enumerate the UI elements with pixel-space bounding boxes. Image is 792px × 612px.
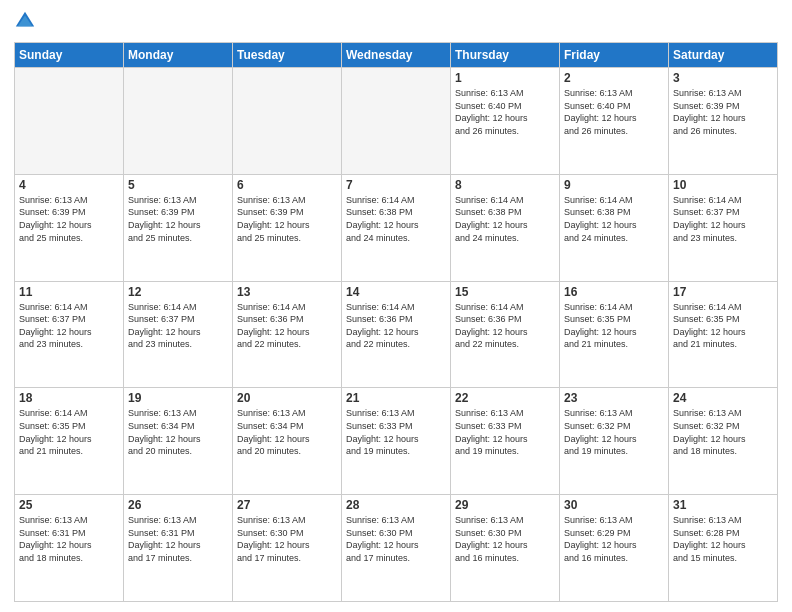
day-number: 6 — [237, 178, 337, 192]
day-info: Sunrise: 6:13 AM Sunset: 6:30 PM Dayligh… — [346, 514, 446, 564]
calendar-week-row: 11Sunrise: 6:14 AM Sunset: 6:37 PM Dayli… — [15, 281, 778, 388]
calendar-day-cell: 3Sunrise: 6:13 AM Sunset: 6:39 PM Daylig… — [669, 68, 778, 175]
calendar-day-cell: 24Sunrise: 6:13 AM Sunset: 6:32 PM Dayli… — [669, 388, 778, 495]
day-number: 7 — [346, 178, 446, 192]
day-number: 12 — [128, 285, 228, 299]
day-info: Sunrise: 6:14 AM Sunset: 6:38 PM Dayligh… — [346, 194, 446, 244]
calendar-day-cell: 16Sunrise: 6:14 AM Sunset: 6:35 PM Dayli… — [560, 281, 669, 388]
day-number: 3 — [673, 71, 773, 85]
day-number: 19 — [128, 391, 228, 405]
logo-icon — [14, 10, 36, 32]
day-info: Sunrise: 6:13 AM Sunset: 6:31 PM Dayligh… — [128, 514, 228, 564]
day-info: Sunrise: 6:13 AM Sunset: 6:34 PM Dayligh… — [128, 407, 228, 457]
calendar-day-cell: 13Sunrise: 6:14 AM Sunset: 6:36 PM Dayli… — [233, 281, 342, 388]
day-number: 16 — [564, 285, 664, 299]
calendar-day-cell — [15, 68, 124, 175]
day-info: Sunrise: 6:14 AM Sunset: 6:37 PM Dayligh… — [19, 301, 119, 351]
day-number: 22 — [455, 391, 555, 405]
day-number: 9 — [564, 178, 664, 192]
day-info: Sunrise: 6:13 AM Sunset: 6:40 PM Dayligh… — [564, 87, 664, 137]
calendar-day-cell: 18Sunrise: 6:14 AM Sunset: 6:35 PM Dayli… — [15, 388, 124, 495]
day-info: Sunrise: 6:13 AM Sunset: 6:32 PM Dayligh… — [564, 407, 664, 457]
calendar-day-cell: 2Sunrise: 6:13 AM Sunset: 6:40 PM Daylig… — [560, 68, 669, 175]
day-number: 29 — [455, 498, 555, 512]
calendar-table: SundayMondayTuesdayWednesdayThursdayFrid… — [14, 42, 778, 602]
calendar-day-cell: 11Sunrise: 6:14 AM Sunset: 6:37 PM Dayli… — [15, 281, 124, 388]
calendar-day-cell: 19Sunrise: 6:13 AM Sunset: 6:34 PM Dayli… — [124, 388, 233, 495]
day-info: Sunrise: 6:13 AM Sunset: 6:30 PM Dayligh… — [237, 514, 337, 564]
calendar-week-row: 4Sunrise: 6:13 AM Sunset: 6:39 PM Daylig… — [15, 174, 778, 281]
day-info: Sunrise: 6:13 AM Sunset: 6:39 PM Dayligh… — [128, 194, 228, 244]
day-info: Sunrise: 6:13 AM Sunset: 6:32 PM Dayligh… — [673, 407, 773, 457]
day-number: 20 — [237, 391, 337, 405]
day-info: Sunrise: 6:14 AM Sunset: 6:36 PM Dayligh… — [346, 301, 446, 351]
calendar-week-row: 18Sunrise: 6:14 AM Sunset: 6:35 PM Dayli… — [15, 388, 778, 495]
calendar-day-cell: 20Sunrise: 6:13 AM Sunset: 6:34 PM Dayli… — [233, 388, 342, 495]
calendar-day-header: Friday — [560, 43, 669, 68]
day-number: 31 — [673, 498, 773, 512]
calendar-day-cell: 9Sunrise: 6:14 AM Sunset: 6:38 PM Daylig… — [560, 174, 669, 281]
day-info: Sunrise: 6:14 AM Sunset: 6:35 PM Dayligh… — [673, 301, 773, 351]
day-info: Sunrise: 6:13 AM Sunset: 6:30 PM Dayligh… — [455, 514, 555, 564]
calendar-week-row: 1Sunrise: 6:13 AM Sunset: 6:40 PM Daylig… — [15, 68, 778, 175]
day-number: 1 — [455, 71, 555, 85]
calendar-day-cell: 25Sunrise: 6:13 AM Sunset: 6:31 PM Dayli… — [15, 495, 124, 602]
day-info: Sunrise: 6:13 AM Sunset: 6:40 PM Dayligh… — [455, 87, 555, 137]
day-number: 21 — [346, 391, 446, 405]
calendar-day-header: Saturday — [669, 43, 778, 68]
day-info: Sunrise: 6:13 AM Sunset: 6:34 PM Dayligh… — [237, 407, 337, 457]
day-info: Sunrise: 6:14 AM Sunset: 6:36 PM Dayligh… — [455, 301, 555, 351]
day-number: 27 — [237, 498, 337, 512]
calendar-day-cell: 17Sunrise: 6:14 AM Sunset: 6:35 PM Dayli… — [669, 281, 778, 388]
calendar-day-cell: 23Sunrise: 6:13 AM Sunset: 6:32 PM Dayli… — [560, 388, 669, 495]
calendar-day-cell — [342, 68, 451, 175]
day-info: Sunrise: 6:14 AM Sunset: 6:38 PM Dayligh… — [455, 194, 555, 244]
calendar-day-header: Monday — [124, 43, 233, 68]
calendar-header-row: SundayMondayTuesdayWednesdayThursdayFrid… — [15, 43, 778, 68]
day-info: Sunrise: 6:13 AM Sunset: 6:28 PM Dayligh… — [673, 514, 773, 564]
calendar-day-cell: 27Sunrise: 6:13 AM Sunset: 6:30 PM Dayli… — [233, 495, 342, 602]
calendar-week-row: 25Sunrise: 6:13 AM Sunset: 6:31 PM Dayli… — [15, 495, 778, 602]
day-number: 10 — [673, 178, 773, 192]
day-number: 30 — [564, 498, 664, 512]
day-number: 26 — [128, 498, 228, 512]
day-number: 13 — [237, 285, 337, 299]
logo — [14, 10, 38, 34]
day-info: Sunrise: 6:14 AM Sunset: 6:37 PM Dayligh… — [673, 194, 773, 244]
calendar-day-cell — [124, 68, 233, 175]
day-info: Sunrise: 6:14 AM Sunset: 6:37 PM Dayligh… — [128, 301, 228, 351]
day-number: 28 — [346, 498, 446, 512]
day-info: Sunrise: 6:13 AM Sunset: 6:31 PM Dayligh… — [19, 514, 119, 564]
day-info: Sunrise: 6:13 AM Sunset: 6:29 PM Dayligh… — [564, 514, 664, 564]
calendar-day-cell: 12Sunrise: 6:14 AM Sunset: 6:37 PM Dayli… — [124, 281, 233, 388]
calendar-day-cell: 30Sunrise: 6:13 AM Sunset: 6:29 PM Dayli… — [560, 495, 669, 602]
calendar-day-cell: 8Sunrise: 6:14 AM Sunset: 6:38 PM Daylig… — [451, 174, 560, 281]
day-info: Sunrise: 6:13 AM Sunset: 6:33 PM Dayligh… — [455, 407, 555, 457]
calendar-day-cell: 5Sunrise: 6:13 AM Sunset: 6:39 PM Daylig… — [124, 174, 233, 281]
day-number: 25 — [19, 498, 119, 512]
calendar-day-cell — [233, 68, 342, 175]
page-header — [14, 10, 778, 34]
day-info: Sunrise: 6:14 AM Sunset: 6:36 PM Dayligh… — [237, 301, 337, 351]
calendar-day-cell: 4Sunrise: 6:13 AM Sunset: 6:39 PM Daylig… — [15, 174, 124, 281]
day-number: 8 — [455, 178, 555, 192]
day-info: Sunrise: 6:14 AM Sunset: 6:38 PM Dayligh… — [564, 194, 664, 244]
calendar-day-cell: 26Sunrise: 6:13 AM Sunset: 6:31 PM Dayli… — [124, 495, 233, 602]
calendar-day-cell: 6Sunrise: 6:13 AM Sunset: 6:39 PM Daylig… — [233, 174, 342, 281]
calendar-day-cell: 21Sunrise: 6:13 AM Sunset: 6:33 PM Dayli… — [342, 388, 451, 495]
calendar-day-cell: 14Sunrise: 6:14 AM Sunset: 6:36 PM Dayli… — [342, 281, 451, 388]
calendar-day-header: Wednesday — [342, 43, 451, 68]
calendar-day-cell: 10Sunrise: 6:14 AM Sunset: 6:37 PM Dayli… — [669, 174, 778, 281]
day-number: 2 — [564, 71, 664, 85]
calendar-day-header: Sunday — [15, 43, 124, 68]
day-info: Sunrise: 6:13 AM Sunset: 6:39 PM Dayligh… — [237, 194, 337, 244]
calendar-day-header: Thursday — [451, 43, 560, 68]
day-info: Sunrise: 6:14 AM Sunset: 6:35 PM Dayligh… — [19, 407, 119, 457]
day-info: Sunrise: 6:14 AM Sunset: 6:35 PM Dayligh… — [564, 301, 664, 351]
day-number: 17 — [673, 285, 773, 299]
calendar-day-cell: 1Sunrise: 6:13 AM Sunset: 6:40 PM Daylig… — [451, 68, 560, 175]
calendar-day-cell: 29Sunrise: 6:13 AM Sunset: 6:30 PM Dayli… — [451, 495, 560, 602]
calendar-day-cell: 22Sunrise: 6:13 AM Sunset: 6:33 PM Dayli… — [451, 388, 560, 495]
day-number: 5 — [128, 178, 228, 192]
calendar-day-cell: 7Sunrise: 6:14 AM Sunset: 6:38 PM Daylig… — [342, 174, 451, 281]
